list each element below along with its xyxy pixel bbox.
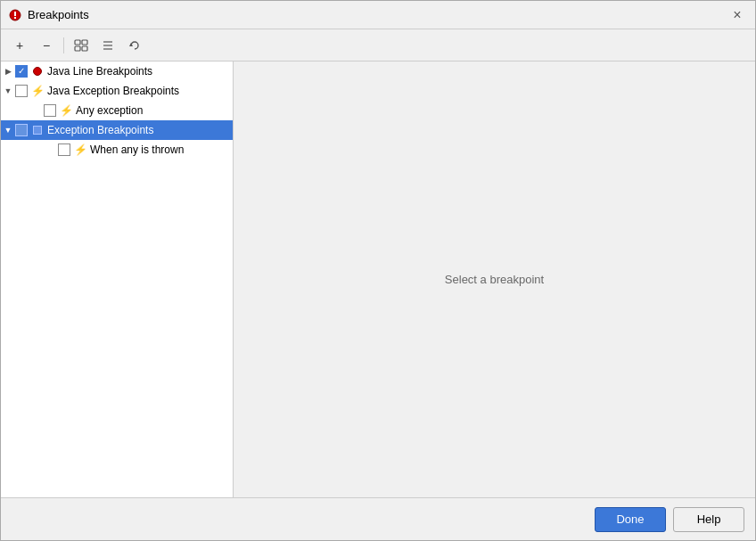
- java-exception-bp-label: Java Exception Breakpoints: [47, 85, 179, 97]
- restore-button[interactable]: [123, 35, 146, 56]
- remove-button[interactable]: −: [35, 35, 58, 56]
- tree-item-exception-bp[interactable]: ▼ Exception Breakpoints: [1, 120, 233, 140]
- svg-rect-6: [82, 46, 87, 51]
- expand-button[interactable]: [96, 35, 119, 56]
- select-hint: Select a breakpoint: [445, 273, 544, 286]
- exception-bp-label: Exception Breakpoints: [47, 124, 153, 136]
- expand-arrow[interactable]: ▶: [1, 67, 15, 76]
- expand-arrow-exception[interactable]: ▼: [1, 86, 15, 95]
- toolbar-separator: [63, 37, 64, 53]
- help-button[interactable]: Help: [673, 507, 744, 532]
- java-line-bp-label: Java Line Breakpoints: [47, 65, 152, 78]
- lightning-icon-when-any: ⚡: [73, 143, 87, 157]
- breakpoints-dialog: Breakpoints × + −: [0, 0, 756, 541]
- footer: Done Help: [1, 497, 755, 540]
- add-button[interactable]: +: [8, 35, 31, 56]
- checkbox-java-exception-bp[interactable]: [15, 85, 28, 97]
- dialog-icon: [8, 8, 22, 22]
- svg-rect-3: [75, 40, 80, 45]
- when-any-thrown-label: When any is thrown: [90, 143, 184, 156]
- svg-rect-2: [14, 17, 16, 19]
- svg-rect-1: [14, 12, 16, 16]
- tree-item-any-exception[interactable]: ⚡ Any exception: [1, 101, 233, 120]
- lightning-icon-any-exception: ⚡: [59, 103, 73, 118]
- tree-panel: ▶ Java Line Breakpoints ▼ ⚡ Java Excepti…: [1, 61, 234, 497]
- checkbox-exception-bp[interactable]: [15, 124, 28, 136]
- tree-item-when-any-thrown[interactable]: ⚡ When any is thrown: [1, 140, 233, 160]
- lightning-icon-exception: ⚡: [30, 84, 45, 98]
- checkbox-java-line-bp[interactable]: [15, 65, 28, 78]
- tree-item-java-line-bp[interactable]: ▶ Java Line Breakpoints: [1, 61, 233, 81]
- title-bar: Breakpoints ×: [1, 1, 755, 29]
- svg-rect-5: [75, 46, 80, 51]
- expand-arrow-exception-bp[interactable]: ▼: [1, 126, 15, 135]
- checkbox-when-any-thrown[interactable]: [58, 143, 70, 156]
- blue-square-icon: [30, 123, 45, 137]
- toolbar: + −: [1, 29, 755, 61]
- tree-item-java-exception-bp[interactable]: ▼ ⚡ Java Exception Breakpoints: [1, 81, 233, 101]
- close-button[interactable]: ×: [727, 4, 748, 26]
- red-circle-icon: [30, 64, 45, 78]
- content-panel: Select a breakpoint: [234, 61, 755, 497]
- main-area: ▶ Java Line Breakpoints ▼ ⚡ Java Excepti…: [1, 61, 755, 497]
- checkbox-any-exception[interactable]: [44, 104, 56, 117]
- done-button[interactable]: Done: [595, 507, 666, 532]
- svg-rect-4: [82, 40, 87, 45]
- group-button[interactable]: [70, 35, 93, 56]
- any-exception-label: Any exception: [76, 104, 143, 117]
- dialog-title: Breakpoints: [28, 8, 727, 21]
